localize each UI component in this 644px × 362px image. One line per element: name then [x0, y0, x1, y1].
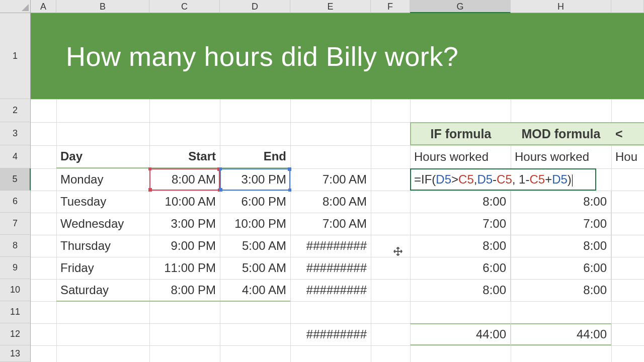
cell-D9[interactable]: 5:00 AM [220, 257, 290, 279]
row-header-4[interactable]: 4 [0, 145, 31, 168]
cell-E8[interactable]: ######### [290, 235, 371, 257]
cell-D7[interactable]: 10:00 PM [220, 213, 290, 235]
cell-G9[interactable]: 6:00 [410, 257, 511, 279]
header-overflow: < [611, 122, 644, 145]
col-header-C[interactable]: C [149, 0, 220, 13]
cell-C9[interactable]: 11:00 PM [149, 257, 220, 279]
col-header-H[interactable]: H [511, 0, 611, 13]
col-header-D[interactable]: D [220, 0, 290, 13]
cell-H6[interactable]: 8:00 [511, 191, 611, 213]
row-header-7[interactable]: 7 [0, 213, 31, 235]
subheader-hours-g: Hours worked [410, 145, 511, 168]
row-header-6[interactable]: 6 [0, 191, 31, 213]
cell-D10[interactable]: 4:00 AM [220, 279, 290, 301]
cell-D8[interactable]: 5:00 AM [220, 235, 290, 257]
row-header-2[interactable]: 2 [0, 99, 31, 122]
cell-G6[interactable]: 8:00 [410, 191, 511, 213]
cell-B6[interactable]: Tuesday [56, 191, 149, 213]
cell-H8[interactable]: 8:00 [511, 235, 611, 257]
th-day: Day [56, 145, 149, 168]
cell-G10[interactable]: 8:00 [410, 279, 511, 301]
cell-E10[interactable]: ######### [290, 279, 371, 301]
row-header-13[interactable]: 13 [0, 345, 31, 362]
col-header-E[interactable]: E [290, 0, 371, 13]
cell-B10[interactable]: Saturday [56, 279, 149, 301]
cell-G5-editing[interactable]: =IF(D5>C5,D5-C5, 1-C5+D5) [410, 168, 596, 191]
cell-H7[interactable]: 7:00 [511, 213, 611, 235]
th-start: Start [149, 145, 220, 168]
th-end: End [220, 145, 290, 168]
cell-H9[interactable]: 6:00 [511, 257, 611, 279]
cell-E6[interactable]: 8:00 AM [290, 191, 371, 213]
cell-B7[interactable]: Wednesday [56, 213, 149, 235]
col-header-A[interactable]: A [31, 0, 56, 13]
cell-B5[interactable]: Monday [56, 168, 149, 191]
header-if-formula: IF formula [410, 122, 511, 145]
cell-C10[interactable]: 8:00 PM [149, 279, 220, 301]
cell-G8[interactable]: 8:00 [410, 235, 511, 257]
spreadsheet[interactable]: A B C D E F G H 1 2 3 4 5 6 7 8 9 10 11 … [0, 0, 644, 362]
col-header-G[interactable]: G [410, 0, 511, 13]
subheader-hours-i: Hou [611, 145, 644, 168]
cell-D6[interactable]: 6:00 PM [220, 191, 290, 213]
cell-C5[interactable]: 8:00 AM [149, 168, 220, 191]
row-header-8[interactable]: 8 [0, 235, 31, 257]
header-mod-formula: MOD formula [511, 122, 611, 145]
cell-E9[interactable]: ######### [290, 257, 371, 279]
cell-G12-total[interactable]: 44:00 [410, 323, 511, 345]
cell-D5[interactable]: 3:00 PM [220, 168, 290, 191]
cell-B9[interactable]: Friday [56, 257, 149, 279]
row-header-10[interactable]: 10 [0, 279, 31, 301]
row-header-9[interactable]: 9 [0, 257, 31, 279]
select-all-corner[interactable] [0, 0, 31, 13]
cell-H10[interactable]: 8:00 [511, 279, 611, 301]
subheader-hours-h: Hours worked [511, 145, 611, 168]
col-header-I-partial[interactable] [611, 0, 644, 13]
table-bottom-border [56, 301, 290, 302]
col-header-F[interactable]: F [371, 0, 410, 13]
row-header-5[interactable]: 5 [0, 168, 31, 191]
cell-C6[interactable]: 10:00 AM [149, 191, 220, 213]
cell-B8[interactable]: Thursday [56, 235, 149, 257]
row-header-12[interactable]: 12 [0, 323, 31, 345]
cell-C8[interactable]: 9:00 PM [149, 235, 220, 257]
cell-H12-total[interactable]: 44:00 [511, 323, 611, 345]
title-banner: How many hours did Billy work? [31, 13, 644, 99]
row-header-3[interactable]: 3 [0, 122, 31, 145]
row-header-11[interactable]: 11 [0, 301, 31, 323]
cell-E5[interactable]: 7:00 AM [290, 168, 371, 191]
cell-E7[interactable]: 7:00 AM [290, 213, 371, 235]
cell-C7[interactable]: 3:00 PM [149, 213, 220, 235]
move-cursor-icon [392, 246, 404, 257]
cell-G7[interactable]: 7:00 [410, 213, 511, 235]
col-header-B[interactable]: B [56, 0, 149, 13]
cell-E12[interactable]: ######### [290, 323, 371, 345]
row-header-1[interactable]: 1 [0, 13, 31, 99]
